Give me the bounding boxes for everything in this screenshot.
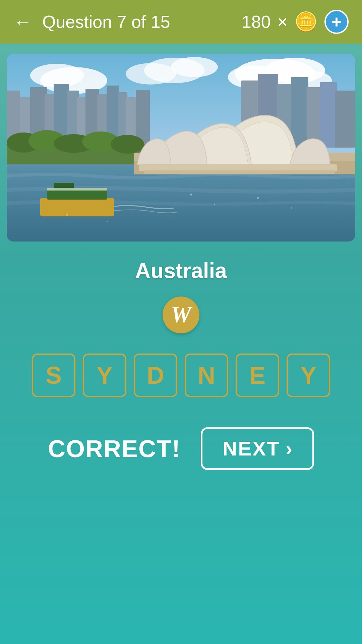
question-label: Question 7 of 15 [42,12,170,32]
letter-tile-5[interactable]: Y [287,354,330,397]
country-name: Australia [0,258,362,283]
svg-rect-40 [144,170,335,174]
letter-char-0: S [46,362,62,389]
letter-tile-3[interactable]: N [185,354,228,397]
wikipedia-button[interactable]: W [163,297,199,333]
svg-rect-26 [291,77,308,148]
coins-multiplier: × [278,12,288,32]
answer-letters: SYDNEY [0,354,362,397]
letter-char-2: D [147,362,164,389]
letter-char-5: Y [300,362,316,389]
letter-tile-4[interactable]: E [236,354,279,397]
svg-rect-22 [136,90,150,144]
svg-rect-41 [40,198,114,216]
opera-house-svg [7,54,355,241]
header-right: 180 × 🪙 + [242,10,349,34]
svg-point-45 [190,194,192,196]
svg-rect-44 [47,188,107,191]
landmark-image [7,54,355,241]
wikipedia-icon: W [171,303,191,326]
svg-point-9 [126,63,176,85]
letter-char-1: Y [97,362,113,389]
svg-point-48 [291,207,292,209]
coins-icon: 🪙 [294,11,318,33]
letter-tile-1[interactable]: Y [83,354,126,397]
svg-point-6 [30,64,84,87]
wikipedia-container: W [0,297,362,333]
header: ← Question 7 of 15 180 × 🪙 + [0,0,362,44]
next-button[interactable]: NEXT › [201,427,314,470]
header-left: ← Question 7 of 15 [13,12,170,32]
svg-point-35 [111,135,144,154]
svg-rect-28 [320,82,337,148]
letter-char-4: E [249,362,265,389]
letter-char-3: N [198,362,215,389]
letter-tile-0[interactable]: S [32,354,75,397]
letter-tile-2[interactable]: D [134,354,177,397]
svg-point-46 [214,204,215,205]
next-chevron-icon: › [286,437,292,460]
svg-point-49 [66,214,68,216]
correct-label: CORRECT! [48,435,181,463]
svg-rect-29 [335,91,355,148]
svg-point-50 [107,221,108,222]
svg-point-8 [171,57,218,77]
svg-rect-39 [139,164,337,171]
result-row: CORRECT! NEXT › [0,427,362,470]
next-label: NEXT [223,437,280,460]
coins-count: 180 [242,12,271,32]
add-coins-button[interactable]: + [324,10,349,34]
svg-point-47 [257,197,259,199]
back-button[interactable]: ← [13,12,32,31]
